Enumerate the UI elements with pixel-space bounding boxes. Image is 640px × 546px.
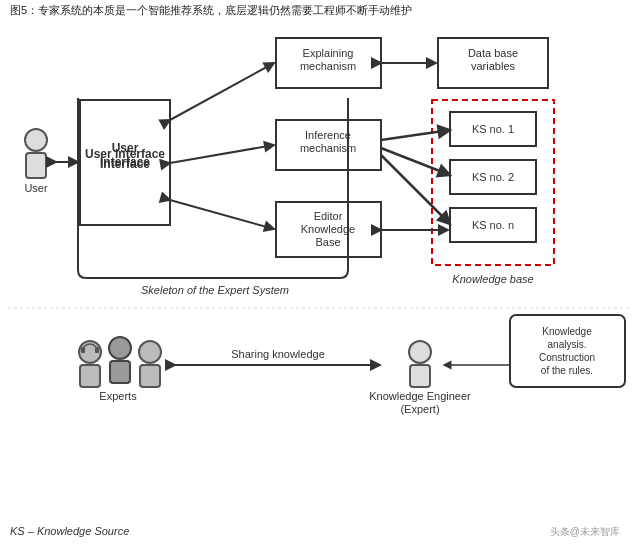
svg-text:User: User xyxy=(112,141,139,155)
inference-box xyxy=(276,120,381,170)
user-head xyxy=(25,129,47,151)
svg-rect-7 xyxy=(95,347,99,353)
svg-text:mechanism: mechanism xyxy=(300,142,356,154)
svg-text:Interface: Interface xyxy=(100,155,150,169)
ke-label: Knowledge Engineer xyxy=(369,390,471,402)
sharing-label: Sharing knowledge xyxy=(231,348,325,360)
inference-ks2-arrow xyxy=(381,148,450,175)
explaining-box xyxy=(276,38,381,88)
ks1-box xyxy=(450,112,536,146)
ka-label: Knowledge xyxy=(542,326,592,337)
watermark: 头条@未来智库 xyxy=(550,526,620,537)
ksn-box xyxy=(450,208,536,242)
ks-container xyxy=(432,100,554,265)
expert1-head xyxy=(79,341,101,363)
svg-text:(Expert): (Expert) xyxy=(400,403,439,415)
experts-label: Experts xyxy=(99,390,137,402)
db-label: Data base xyxy=(468,47,518,59)
ksn-label: KS no. n xyxy=(472,219,514,231)
inference-label: Inference xyxy=(305,129,351,141)
ke-body xyxy=(410,365,430,387)
svg-text:of the rules.: of the rules. xyxy=(541,365,593,376)
inference-ks1-arrow xyxy=(381,130,450,140)
expert2-body xyxy=(110,361,130,383)
ui-explaining-arrow xyxy=(170,63,274,120)
editor-box xyxy=(276,202,381,257)
ui-box-label: User Interface xyxy=(85,147,165,161)
expert1-body xyxy=(80,365,100,387)
expert3-body xyxy=(140,365,160,387)
ui-editor-arrow xyxy=(170,200,274,229)
svg-text:mechanism: mechanism xyxy=(300,60,356,72)
user-body xyxy=(26,153,46,178)
svg-text:Knowledge: Knowledge xyxy=(301,223,355,235)
svg-text:variables: variables xyxy=(471,60,516,72)
svg-text:analysis.: analysis. xyxy=(548,339,587,350)
svg-rect-6 xyxy=(81,347,85,353)
ui-inference-arrow xyxy=(170,145,274,163)
ks2-box xyxy=(450,160,536,194)
db-box xyxy=(438,38,548,88)
svg-text:Construction: Construction xyxy=(539,352,595,363)
skeleton-brace xyxy=(78,98,348,278)
svg-text:Interface: Interface xyxy=(100,157,150,171)
skeleton-label: Skeleton of the Expert System xyxy=(141,284,289,296)
ke-head xyxy=(409,341,431,363)
ks1-label: KS no. 1 xyxy=(472,123,514,135)
caption: 图5：专家系统的本质是一个智能推荐系统，底层逻辑仍然需要工程师不断手动维护 xyxy=(10,4,412,16)
expert1-headset xyxy=(83,344,97,348)
user-label: User xyxy=(24,182,48,194)
svg-text:Base: Base xyxy=(315,236,340,248)
ka-box xyxy=(510,315,625,387)
explaining-label: Explaining xyxy=(303,47,354,59)
expert3-head xyxy=(139,341,161,363)
kb-label: Knowledge base xyxy=(452,273,533,285)
editor-label: Editor xyxy=(314,210,343,222)
ks-footnote: KS – Knowledge Source xyxy=(10,525,129,537)
inference-ksn-arrow xyxy=(381,155,450,224)
expert2-head xyxy=(109,337,131,359)
ui-box xyxy=(80,100,170,225)
ks2-label: KS no. 2 xyxy=(472,171,514,183)
